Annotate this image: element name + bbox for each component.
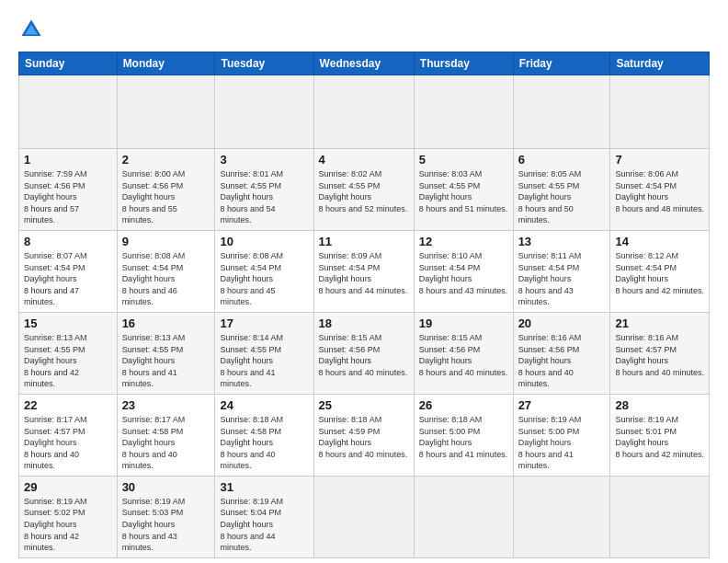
day-info: Sunrise: 8:03 AMSunset: 4:55 PMDaylight … — [419, 168, 508, 214]
day-info: Sunrise: 8:08 AMSunset: 4:54 PMDaylight … — [220, 250, 308, 308]
day-info: Sunrise: 8:16 AMSunset: 4:56 PMDaylight … — [518, 332, 606, 390]
day-number: 27 — [518, 398, 606, 412]
day-number: 13 — [518, 235, 606, 248]
day-number: 16 — [122, 316, 210, 330]
col-friday: Friday — [513, 52, 610, 75]
table-row: 5Sunrise: 8:03 AMSunset: 4:55 PMDaylight… — [414, 149, 513, 231]
calendar-week-row — [19, 75, 710, 149]
day-number: 19 — [419, 316, 508, 330]
day-info: Sunrise: 8:13 AMSunset: 4:55 PMDaylight … — [122, 332, 210, 390]
table-row: 27Sunrise: 8:19 AMSunset: 5:00 PMDayligh… — [513, 394, 610, 476]
day-number: 28 — [615, 398, 704, 412]
day-number: 8 — [24, 235, 112, 248]
day-info: Sunrise: 8:00 AMSunset: 4:56 PMDaylight … — [122, 168, 210, 226]
day-number: 18 — [319, 316, 409, 330]
day-info: Sunrise: 8:09 AMSunset: 4:54 PMDaylight … — [319, 250, 409, 296]
day-info: Sunrise: 8:02 AMSunset: 4:55 PMDaylight … — [319, 168, 409, 214]
logo-icon — [18, 17, 44, 42]
day-info: Sunrise: 8:19 AMSunset: 5:01 PMDaylight … — [615, 414, 704, 460]
table-row: 3Sunrise: 8:01 AMSunset: 4:55 PMDaylight… — [215, 149, 313, 231]
table-row — [513, 476, 610, 557]
calendar-week-row: 15Sunrise: 8:13 AMSunset: 4:55 PMDayligh… — [19, 312, 710, 394]
table-row: 13Sunrise: 8:11 AMSunset: 4:54 PMDayligh… — [513, 230, 610, 312]
table-row: 7Sunrise: 8:06 AMSunset: 4:54 PMDaylight… — [610, 149, 710, 231]
day-info: Sunrise: 8:10 AMSunset: 4:54 PMDaylight … — [419, 250, 508, 296]
table-row — [513, 75, 610, 149]
col-thursday: Thursday — [414, 52, 513, 75]
table-row: 4Sunrise: 8:02 AMSunset: 4:55 PMDaylight… — [313, 149, 414, 231]
table-row: 19Sunrise: 8:15 AMSunset: 4:56 PMDayligh… — [414, 312, 513, 394]
table-row: 6Sunrise: 8:05 AMSunset: 4:55 PMDaylight… — [513, 149, 610, 231]
day-number: 30 — [122, 480, 210, 494]
calendar-header-row: Sunday Monday Tuesday Wednesday Thursday… — [19, 52, 710, 75]
day-number: 15 — [24, 316, 112, 330]
day-number: 1 — [24, 153, 112, 167]
day-number: 26 — [419, 398, 508, 412]
day-info: Sunrise: 8:11 AMSunset: 4:54 PMDaylight … — [518, 250, 606, 308]
day-number: 6 — [518, 153, 606, 167]
page: Sunday Monday Tuesday Wednesday Thursday… — [0, 0, 728, 563]
day-number: 7 — [615, 153, 704, 167]
table-row: 20Sunrise: 8:16 AMSunset: 4:56 PMDayligh… — [513, 312, 610, 394]
day-info: Sunrise: 8:14 AMSunset: 4:55 PMDaylight … — [220, 332, 308, 390]
table-row: 1Sunrise: 7:59 AMSunset: 4:56 PMDaylight… — [19, 149, 118, 231]
day-number: 14 — [615, 235, 704, 248]
day-info: Sunrise: 8:06 AMSunset: 4:54 PMDaylight … — [615, 168, 704, 214]
day-info: Sunrise: 8:12 AMSunset: 4:54 PMDaylight … — [615, 250, 704, 296]
day-number: 12 — [419, 235, 508, 248]
table-row: 12Sunrise: 8:10 AMSunset: 4:54 PMDayligh… — [414, 230, 513, 312]
day-number: 10 — [220, 235, 308, 248]
header — [18, 17, 710, 42]
table-row: 11Sunrise: 8:09 AMSunset: 4:54 PMDayligh… — [313, 230, 414, 312]
table-row: 24Sunrise: 8:18 AMSunset: 4:58 PMDayligh… — [215, 394, 313, 476]
table-row — [610, 476, 710, 557]
day-number: 11 — [319, 235, 409, 248]
day-info: Sunrise: 8:13 AMSunset: 4:55 PMDaylight … — [24, 332, 112, 390]
col-sunday: Sunday — [19, 52, 118, 75]
day-number: 23 — [122, 398, 210, 412]
table-row: 18Sunrise: 8:15 AMSunset: 4:56 PMDayligh… — [313, 312, 414, 394]
calendar-week-row: 1Sunrise: 7:59 AMSunset: 4:56 PMDaylight… — [19, 149, 710, 231]
day-number: 5 — [419, 153, 508, 167]
table-row: 23Sunrise: 8:17 AMSunset: 4:58 PMDayligh… — [117, 394, 215, 476]
day-info: Sunrise: 8:18 AMSunset: 4:58 PMDaylight … — [220, 414, 308, 472]
table-row — [19, 75, 118, 149]
day-number: 3 — [220, 153, 308, 167]
day-info: Sunrise: 8:19 AMSunset: 5:02 PMDaylight … — [24, 496, 112, 554]
table-row: 28Sunrise: 8:19 AMSunset: 5:01 PMDayligh… — [610, 394, 710, 476]
day-info: Sunrise: 8:05 AMSunset: 4:55 PMDaylight … — [518, 168, 606, 226]
day-info: Sunrise: 8:08 AMSunset: 4:54 PMDaylight … — [122, 250, 210, 308]
table-row: 31Sunrise: 8:19 AMSunset: 5:04 PMDayligh… — [215, 476, 313, 557]
table-row — [313, 75, 414, 149]
table-row: 17Sunrise: 8:14 AMSunset: 4:55 PMDayligh… — [215, 312, 313, 394]
day-number: 4 — [319, 153, 409, 167]
table-row: 2Sunrise: 8:00 AMSunset: 4:56 PMDaylight… — [117, 149, 215, 231]
table-row: 9Sunrise: 8:08 AMSunset: 4:54 PMDaylight… — [117, 230, 215, 312]
day-number: 9 — [122, 235, 210, 248]
calendar-week-row: 29Sunrise: 8:19 AMSunset: 5:02 PMDayligh… — [19, 476, 710, 557]
col-tuesday: Tuesday — [215, 52, 313, 75]
day-number: 22 — [24, 398, 112, 412]
day-info: Sunrise: 8:19 AMSunset: 5:03 PMDaylight … — [122, 496, 210, 554]
day-info: Sunrise: 8:18 AMSunset: 5:00 PMDaylight … — [419, 414, 508, 460]
day-number: 25 — [319, 398, 409, 412]
logo — [18, 17, 46, 42]
day-number: 24 — [220, 398, 308, 412]
table-row: 21Sunrise: 8:16 AMSunset: 4:57 PMDayligh… — [610, 312, 710, 394]
table-row — [414, 476, 513, 557]
table-row: 16Sunrise: 8:13 AMSunset: 4:55 PMDayligh… — [117, 312, 215, 394]
table-row — [414, 75, 513, 149]
day-number: 20 — [518, 316, 606, 330]
day-info: Sunrise: 8:19 AMSunset: 5:04 PMDaylight … — [220, 496, 308, 554]
col-saturday: Saturday — [610, 52, 710, 75]
day-info: Sunrise: 8:17 AMSunset: 4:58 PMDaylight … — [122, 414, 210, 472]
day-number: 17 — [220, 316, 308, 330]
table-row — [117, 75, 215, 149]
table-row: 22Sunrise: 8:17 AMSunset: 4:57 PMDayligh… — [19, 394, 118, 476]
col-wednesday: Wednesday — [313, 52, 414, 75]
calendar-week-row: 8Sunrise: 8:07 AMSunset: 4:54 PMDaylight… — [19, 230, 710, 312]
day-info: Sunrise: 8:17 AMSunset: 4:57 PMDaylight … — [24, 414, 112, 472]
day-number: 29 — [24, 480, 112, 494]
day-info: Sunrise: 8:15 AMSunset: 4:56 PMDaylight … — [419, 332, 508, 378]
table-row: 30Sunrise: 8:19 AMSunset: 5:03 PMDayligh… — [117, 476, 215, 557]
